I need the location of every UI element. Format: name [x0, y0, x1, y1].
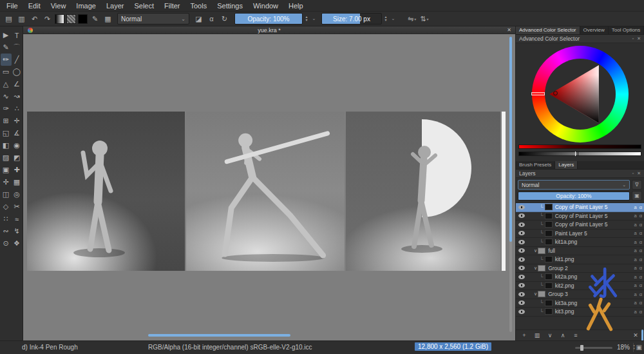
move-tool[interactable]: ✛	[12, 115, 23, 127]
menu-item[interactable]: Select	[129, 1, 159, 11]
layer-visibility-icon[interactable]	[518, 300, 525, 305]
layer-visibility-icon[interactable]	[518, 205, 525, 210]
docker-tab[interactable]: Tool Options	[609, 26, 644, 34]
menu-item[interactable]: Help	[283, 1, 308, 11]
zoom-slider[interactable]	[575, 347, 612, 349]
polygonal-selection-tool[interactable]: ◇	[1, 201, 12, 213]
rectangle-tool[interactable]: ▭	[1, 66, 12, 78]
alpha-lock-icon[interactable]: α	[639, 274, 642, 280]
edit-brush-settings-icon[interactable]: ✎	[89, 13, 101, 25]
layer-row[interactable]: └ kit1.png a α	[516, 255, 644, 264]
shade-slider[interactable]	[518, 144, 641, 149]
shape-select-tool[interactable]: ▶	[1, 29, 12, 41]
float-docker-icon[interactable]: ▫	[632, 36, 634, 41]
hue-ring[interactable]	[532, 46, 629, 143]
value-slider[interactable]	[518, 152, 641, 156]
layer-row[interactable]: ∨ Group 3 a α	[516, 290, 644, 299]
layer-filter-button[interactable]: ∇	[632, 180, 642, 190]
redo-icon[interactable]: ↷	[41, 13, 53, 25]
ellipse-tool[interactable]: ◯	[12, 66, 23, 78]
layer-visibility-icon[interactable]	[518, 257, 525, 262]
pattern-edit-tool[interactable]: ▨	[1, 152, 12, 164]
opacity-spinner[interactable]: ▴▾	[303, 13, 310, 25]
layer-view-mode-button[interactable]: ▣	[632, 191, 642, 201]
vertical-scrollbar[interactable]	[509, 37, 512, 242]
alpha-lock-icon[interactable]: α	[639, 213, 642, 219]
polygon-tool[interactable]: △	[1, 78, 12, 90]
menu-item[interactable]: File	[1, 1, 23, 11]
fill-tool[interactable]: ◩	[12, 152, 23, 164]
brush-size-slider[interactable]: Size: 7.00 px	[321, 13, 382, 25]
mirror-horizontal-icon[interactable]: ⇋▾	[406, 13, 417, 25]
reference-images-tool[interactable]: ▦	[12, 176, 23, 188]
delete-layer-button[interactable]: ✕	[630, 331, 641, 340]
move-layer-down-button[interactable]: ∨	[544, 331, 556, 340]
layer-row[interactable]: └ kit2.png a α	[516, 282, 644, 291]
inherit-alpha-icon[interactable]: a	[634, 204, 636, 210]
alpha-lock-icon[interactable]: α	[639, 239, 642, 245]
group-expander-icon[interactable]: ∨	[534, 248, 537, 253]
close-docker-icon[interactable]: ✕	[637, 36, 641, 41]
alpha-lock-icon[interactable]: α	[639, 230, 642, 236]
layer-properties-button[interactable]: ≡	[570, 331, 582, 340]
multibrush-tool[interactable]: ∴	[12, 103, 23, 115]
menu-item[interactable]: View	[46, 1, 71, 11]
freehand-selection-tool[interactable]: ✂	[12, 201, 23, 213]
measure-tool[interactable]: ∡	[12, 127, 23, 139]
opacity-options-caret[interactable]: ⌄	[310, 13, 317, 25]
calligraphy-tool[interactable]: ⌒	[12, 41, 23, 54]
layer-row[interactable]: ∨ Group 2 a α	[516, 264, 644, 273]
undo-icon[interactable]: ↶	[28, 13, 41, 25]
alpha-lock-icon[interactable]: α	[639, 309, 642, 315]
layer-row[interactable]: └ kit2a.png a α	[516, 273, 644, 282]
smart-patch-tool[interactable]: ✚	[12, 164, 23, 176]
inherit-alpha-icon[interactable]: a	[634, 213, 636, 219]
menu-item[interactable]: Settings	[212, 1, 248, 11]
duplicate-layer-button[interactable]: ▥	[531, 331, 543, 340]
docker-tab[interactable]: Advanced Color Selector	[516, 26, 580, 34]
menu-item[interactable]: Image	[71, 1, 101, 11]
inherit-alpha-icon[interactable]: a	[634, 300, 636, 306]
layer-row[interactable]: └ Paint Layer 5 a α	[516, 230, 644, 239]
inherit-alpha-icon[interactable]: a	[634, 239, 636, 245]
pan-tool[interactable]: ❖	[12, 237, 23, 250]
horizontal-scrollbar[interactable]	[148, 334, 290, 337]
alpha-lock-icon[interactable]: α	[639, 248, 642, 253]
layer-opacity-slider[interactable]: Opacity: 100%	[518, 192, 630, 201]
elliptical-selection-tool[interactable]: ◎	[12, 188, 23, 201]
alpha-lock-icon[interactable]: α	[639, 300, 642, 306]
group-expander-icon[interactable]: ∨	[534, 266, 537, 271]
gradient-chip[interactable]	[55, 14, 64, 24]
freehand-brush-tool[interactable]: ✏	[1, 54, 12, 66]
line-tool[interactable]: ╱	[12, 54, 23, 66]
choose-workspace-icon[interactable]: ▦	[102, 13, 114, 25]
layer-row[interactable]: └ kit3a.png a α	[516, 299, 644, 308]
inherit-alpha-icon[interactable]: a	[634, 248, 636, 253]
foreground-color-chip[interactable]	[78, 14, 88, 24]
zoom-slider-handle[interactable]	[580, 345, 583, 351]
menu-item[interactable]: Edit	[23, 1, 46, 11]
inherit-alpha-icon[interactable]: a	[634, 291, 636, 297]
open-document-icon[interactable]: ▥	[15, 13, 28, 25]
layer-visibility-icon[interactable]	[518, 266, 525, 270]
menu-item[interactable]: Layer	[101, 1, 129, 11]
zoom-level[interactable]: 18%	[617, 344, 630, 351]
color-sampler-tool[interactable]: ◉	[12, 139, 23, 152]
enclose-fill-tool[interactable]: ▣	[1, 164, 12, 176]
layer-visibility-icon[interactable]	[518, 283, 525, 288]
menu-item[interactable]: Filter	[159, 1, 185, 11]
bezier-curve-tool[interactable]: ∿	[1, 90, 12, 103]
close-docker-icon[interactable]: ✕	[637, 171, 641, 176]
similar-color-selection-tool[interactable]: ≈	[12, 213, 23, 225]
subwindow-close-icon[interactable]: ✕	[507, 27, 511, 33]
dynamic-brush-tool[interactable]: ✑	[1, 103, 12, 115]
inherit-alpha-icon[interactable]: a	[634, 257, 636, 262]
docker-tab[interactable]: Overview	[580, 26, 609, 34]
layer-blend-mode-select[interactable]: Normal ⌄	[518, 180, 630, 190]
docker-tab[interactable]: Brush Presets	[516, 161, 555, 169]
inherit-alpha-icon[interactable]: a	[634, 309, 636, 315]
trash-icon[interactable]: ▣	[636, 344, 642, 351]
alpha-lock-icon[interactable]: α	[639, 222, 642, 228]
size-options-caret[interactable]: ⌄	[390, 13, 397, 25]
menu-item[interactable]: Window	[248, 1, 283, 11]
